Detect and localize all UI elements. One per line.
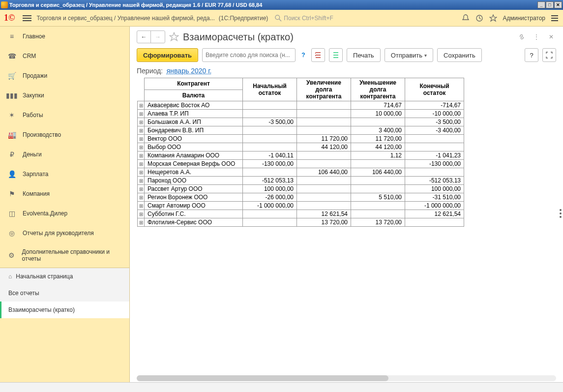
back-button[interactable]: ←: [137, 31, 151, 43]
maximize-button[interactable]: □: [546, 1, 554, 8]
bell-icon[interactable]: [461, 14, 470, 23]
table-row[interactable]: ⊞ Флотилия-Сервис ООО 13 720,00 13 720,0…: [138, 218, 464, 227]
cell-name: Регион Воронеж ООО: [145, 193, 243, 202]
cell-end: [405, 143, 464, 151]
expand-icon[interactable]: ⊞: [138, 177, 145, 185]
expand-icon[interactable]: ⊞: [138, 168, 145, 177]
expand-icon[interactable]: ⊞: [138, 193, 145, 202]
expand-icon[interactable]: ⊞: [138, 101, 145, 110]
cell-end: [405, 218, 464, 227]
expand-icon[interactable]: ⊞: [138, 110, 145, 118]
sidebar-item[interactable]: ⚙Дополнительные справочники и отчеты: [0, 243, 129, 268]
nav-label: Деньги: [23, 151, 42, 158]
sub-item-label: Взаиморасчеты (кратко): [8, 306, 75, 313]
cell-start: [243, 210, 297, 218]
sub-item-settlements[interactable]: Взаиморасчеты (кратко): [0, 302, 129, 318]
horizontal-scrollbar[interactable]: [137, 375, 556, 381]
nav-label: Закупки: [23, 92, 44, 99]
cell-name: Нещеретов А.А.: [145, 168, 243, 177]
expand-icon[interactable]: ⊞: [138, 151, 145, 160]
more-icon[interactable]: ⋮: [532, 32, 541, 42]
table-row[interactable]: ⊞ Алаева Т.Р. ИП 10 000,00 -10 000,00: [138, 110, 464, 118]
sidebar-item[interactable]: ☎CRM: [0, 46, 129, 66]
sidebar-item[interactable]: ◫Evolventa.Дилер: [0, 204, 129, 223]
col-currency: Валюта: [145, 90, 243, 101]
generate-button[interactable]: Сформировать: [137, 48, 198, 62]
history-icon[interactable]: [475, 14, 484, 23]
table-row[interactable]: ⊞ Большаков А.А. ИП -3 500,00 -3 500,00: [138, 118, 464, 126]
table-row[interactable]: ⊞ Смарт Автомир ООО -1 000 000,00 -1 000…: [138, 202, 464, 210]
table-row[interactable]: ⊞ Пароход ООО -512 053,13 -512 053,13: [138, 177, 464, 185]
expand-icon[interactable]: ⊞: [138, 126, 145, 135]
breadcrumb[interactable]: Торговля и сервис_образец / Управление н…: [36, 15, 214, 22]
table-row[interactable]: ⊞ Морская Северная Верфь ООО -130 000,00…: [138, 160, 464, 168]
expand-icon[interactable]: ⊞: [138, 210, 145, 218]
fullscreen-button[interactable]: [542, 48, 556, 62]
minimize-button[interactable]: _: [537, 1, 545, 8]
help-icon[interactable]: ?: [299, 52, 307, 59]
forward-button[interactable]: →: [151, 31, 165, 43]
collapse-rows-button[interactable]: [329, 48, 343, 62]
sidebar-item[interactable]: ◎Отчеты для руководителя: [0, 223, 129, 243]
cell-end: 100 000,00: [405, 185, 464, 193]
sidebar-item[interactable]: ₽Деньги: [0, 145, 129, 164]
sidebar-item[interactable]: 🛒Продажи: [0, 66, 129, 86]
table-row[interactable]: ⊞ Вектор ООО 11 720,00 11 720,00: [138, 135, 464, 143]
cell-name: Бондаревич В.В. ИП: [145, 126, 243, 135]
col-start: Начальный остаток: [243, 78, 297, 101]
global-search[interactable]: Поиск Ctrl+Shift+F: [275, 15, 333, 22]
sidebar-item[interactable]: 🏭Производство: [0, 125, 129, 145]
cell-name: Большаков А.А. ИП: [145, 118, 243, 126]
table-row[interactable]: ⊞ Регион Воронеж ООО -26 000,00 5 510,00…: [138, 193, 464, 202]
table-row[interactable]: ⊞ Субботин Г.С. 12 621,54 12 621,54: [138, 210, 464, 218]
col-contragent: Контрагент: [145, 78, 243, 90]
sidebar-item[interactable]: ≡Главное: [0, 27, 129, 46]
sidebar-item[interactable]: ⚑Компания: [0, 184, 129, 204]
close-tab-icon[interactable]: ✕: [546, 32, 556, 42]
cell-dec: 11 720,00: [351, 135, 405, 143]
expand-icon[interactable]: ⊞: [138, 160, 145, 168]
table-row[interactable]: ⊞ Рассвет Артур ООО 100 000,00 100 000,0…: [138, 185, 464, 193]
side-panel-handle[interactable]: [558, 205, 563, 222]
cell-start: 100 000,00: [243, 185, 297, 193]
sidebar-item[interactable]: ✶Работы: [0, 105, 129, 125]
send-button[interactable]: Отправить: [385, 48, 433, 62]
cell-name: Аквасервис Восток АО: [145, 101, 243, 110]
app-menu-icon[interactable]: [550, 14, 559, 23]
expand-icon[interactable]: ⊞: [138, 202, 145, 210]
sidebar-item[interactable]: 👤Зарплата: [0, 164, 129, 184]
favorite-icon[interactable]: [169, 32, 179, 42]
menu-icon[interactable]: [23, 14, 31, 23]
user-label[interactable]: Администратор: [503, 15, 545, 22]
save-button[interactable]: Сохранить: [437, 48, 482, 62]
cell-inc: 11 720,00: [297, 135, 351, 143]
nav-icon: ₽: [7, 150, 17, 159]
expand-rows-button[interactable]: [311, 48, 325, 62]
sub-item-all-reports[interactable]: Все отчеты: [0, 285, 129, 302]
period-value-link[interactable]: январь 2020 г.: [167, 67, 212, 75]
expand-icon[interactable]: ⊞: [138, 218, 145, 227]
sub-item-home[interactable]: ⌂ Начальная страница: [0, 268, 129, 285]
expand-icon[interactable]: ⊞: [138, 118, 145, 126]
table-row[interactable]: ⊞ Выбор ООО 44 120,00 44 120,00: [138, 143, 464, 151]
star-icon[interactable]: [489, 14, 498, 23]
cell-dec: [351, 160, 405, 168]
cell-inc: 106 440,00: [297, 168, 351, 177]
close-button[interactable]: ✕: [554, 1, 562, 8]
expand-icon[interactable]: ⊞: [138, 143, 145, 151]
sidebar-item[interactable]: ▮▮▮Закупки: [0, 86, 129, 105]
cell-end: -130 000,00: [405, 160, 464, 168]
help-button[interactable]: ?: [525, 48, 538, 62]
table-row[interactable]: ⊞ Бондаревич В.В. ИП 3 400,00 -3 400,00: [138, 126, 464, 135]
table-row[interactable]: ⊞ Нещеретов А.А. 106 440,00 106 440,00: [138, 168, 464, 177]
report-search-input[interactable]: [202, 48, 296, 62]
expand-icon[interactable]: ⊞: [138, 135, 145, 143]
app-icon: [1, 1, 8, 8]
table-row[interactable]: ⊞ Аквасервис Восток АО 714,67 -714,67: [138, 101, 464, 110]
cell-end: -31 510,00: [405, 193, 464, 202]
cell-end: -1 000 000,00: [405, 202, 464, 210]
table-row[interactable]: ⊞ Компания Аламарин ООО -1 040,11 1,12 -…: [138, 151, 464, 160]
link-icon[interactable]: [517, 32, 527, 42]
print-button[interactable]: Печать: [347, 48, 381, 62]
expand-icon[interactable]: ⊞: [138, 185, 145, 193]
